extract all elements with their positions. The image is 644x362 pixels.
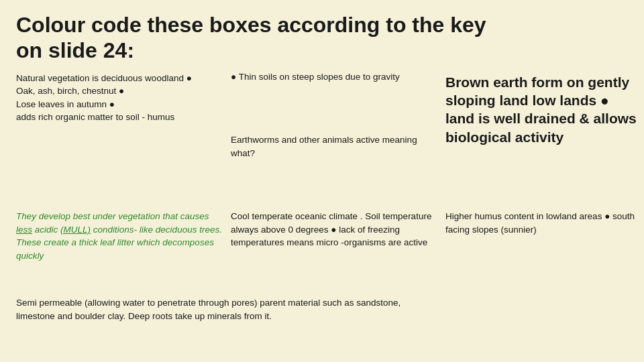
page-title: Colour code these boxes according to the… [16, 12, 628, 64]
thin-soils-cell: ● Thin soils on steep slopes due to grav… [231, 70, 439, 129]
natural-vegetation-cell: Natural vegetation is deciduous woodland… [16, 70, 224, 206]
natural-vegetation-text: Natural vegetation is deciduous woodland… [16, 73, 192, 123]
brown-earth-cell: Brown earth form on gently sloping land … [445, 70, 640, 206]
develop-best-cell: They develop best under vegetation that … [16, 210, 224, 292]
content-grid: Natural vegetation is deciduous woodland… [16, 70, 628, 353]
semi-permeable-cell: Semi permeable (allowing water to penetr… [16, 296, 439, 353]
cool-temperate-cell: Cool temperate oceanic climate . Soil te… [231, 210, 439, 292]
earthworms-cell: Earthworms and other animals active mean… [231, 133, 439, 206]
page: Colour code these boxes according to the… [0, 0, 644, 362]
higher-humus-cell: Higher humus content in lowland areas ● … [445, 210, 640, 292]
